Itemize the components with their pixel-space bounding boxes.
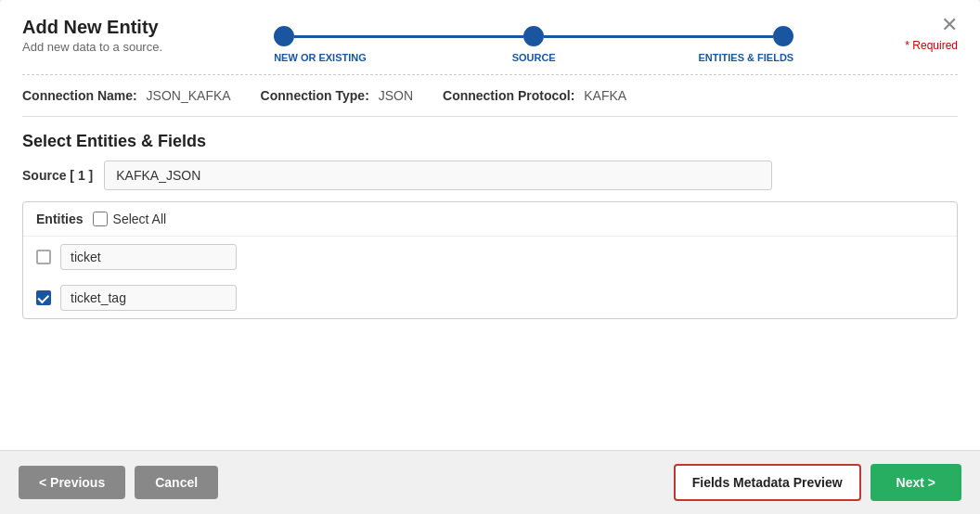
conn-protocol-value: KAFKA <box>584 88 626 103</box>
source-input[interactable] <box>104 161 772 190</box>
footer: < Previous Cancel Fields Metadata Previe… <box>0 450 980 514</box>
entities-box: Entities Select All <box>22 201 958 319</box>
conn-type-label: Connection Type: <box>261 88 369 103</box>
step-line-1 <box>294 35 523 38</box>
step-dot-1 <box>274 26 294 46</box>
entity-row-ticket-tag <box>23 277 957 318</box>
modal-subtitle: Add new data to a source. <box>22 40 162 54</box>
conn-protocol-label: Connection Protocol: <box>443 88 574 103</box>
step-label-3: ENTITIES & FIELDS <box>682 52 793 63</box>
close-button[interactable]: ✕ <box>941 15 958 35</box>
step-label-1: NEW OR EXISTING <box>274 52 385 63</box>
header-right: ✕ * Required <box>905 17 958 52</box>
source-label: Source [ 1 ] <box>22 168 93 183</box>
entities-header-label: Entities <box>36 212 84 226</box>
modal-header: Add New Entity Add new data to a source.… <box>0 0 980 63</box>
connection-type-section: Connection Type: JSON <box>261 88 413 103</box>
conn-type-value: JSON <box>379 88 413 103</box>
header-left: Add New Entity Add new data to a source. <box>22 17 162 54</box>
footer-left: < Previous Cancel <box>19 466 218 499</box>
conn-name-value: JSON_KAFKA <box>147 88 231 103</box>
conn-name-label: Connection Name: <box>22 88 137 103</box>
footer-right: Fields Metadata Preview Next > <box>674 464 961 501</box>
previous-button[interactable]: < Previous <box>19 466 125 499</box>
entities-header: Entities Select All <box>23 202 957 237</box>
entity-checkbox-ticket[interactable] <box>36 250 51 264</box>
step-line-2 <box>544 35 773 38</box>
connection-info: Connection Name: JSON_KAFKA Connection T… <box>0 75 980 116</box>
modal-title: Add New Entity <box>22 17 162 38</box>
source-row: Source [ 1 ] <box>0 161 980 201</box>
step-labels: NEW OR EXISTING SOURCE ENTITIES & FIELDS <box>274 52 793 63</box>
step-label-2: SOURCE <box>478 52 589 63</box>
connection-protocol-section: Connection Protocol: KAFKA <box>443 88 626 103</box>
step-dot-3 <box>773 26 793 46</box>
entity-checkbox-ticket-tag[interactable] <box>36 290 51 305</box>
select-all-label[interactable]: Select All <box>93 212 167 226</box>
next-button[interactable]: Next > <box>870 464 961 501</box>
entity-name-ticket-tag[interactable] <box>60 285 237 311</box>
modal: Add New Entity Add new data to a source.… <box>0 0 980 514</box>
connection-name-section: Connection Name: JSON_KAFKA <box>22 88 231 103</box>
entity-row-ticket <box>23 237 957 277</box>
cancel-button[interactable]: Cancel <box>135 466 218 499</box>
section-title: Select Entities & Fields <box>0 117 980 161</box>
select-all-checkbox[interactable] <box>93 212 108 226</box>
stepper: NEW OR EXISTING SOURCE ENTITIES & FIELDS <box>162 17 905 63</box>
select-all-text: Select All <box>113 212 167 226</box>
stepper-row <box>274 26 793 46</box>
entity-name-ticket[interactable] <box>60 244 237 270</box>
fields-metadata-preview-button[interactable]: Fields Metadata Preview <box>674 464 861 501</box>
required-note: * Required <box>905 39 958 52</box>
step-dot-2 <box>523 26 544 46</box>
